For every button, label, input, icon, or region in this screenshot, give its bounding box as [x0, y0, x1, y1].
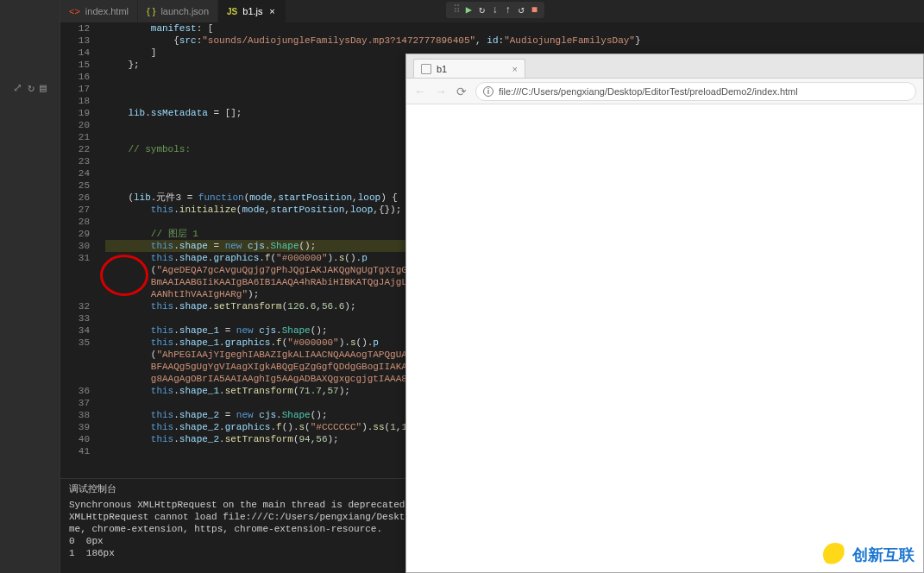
close-icon[interactable]: × [268, 6, 277, 16]
line-number[interactable]: 22 [60, 143, 90, 155]
line-number[interactable]: 27 [60, 204, 90, 216]
line-number[interactable]: 37 [60, 397, 90, 409]
stop-button[interactable]: ■ [531, 4, 537, 16]
line-number[interactable] [60, 288, 90, 300]
debug-toolbar: ⠿▶↻↓↑↺■ [446, 2, 544, 18]
browser-viewport[interactable] [406, 104, 923, 572]
browser-tab[interactable]: b1 × [413, 59, 525, 78]
file-type-icon: <> [69, 6, 80, 16]
line-number[interactable] [60, 349, 90, 361]
code-line[interactable]: {src:"sounds/AudiojungleFamilysDay.mp3?1… [105, 35, 924, 47]
restart-button[interactable]: ↺ [519, 3, 525, 16]
continue-button[interactable]: ▶ [466, 3, 472, 16]
page-favicon-icon [421, 64, 431, 74]
line-number[interactable]: 24 [60, 167, 90, 179]
url-text: file:///C:/Users/pengxiang/Desktop/Edito… [499, 86, 798, 97]
line-number[interactable]: 26 [60, 192, 90, 204]
step-over-button[interactable]: ↻ [479, 3, 485, 16]
line-number[interactable]: 40 [60, 433, 90, 445]
line-number[interactable]: 12 [60, 22, 90, 35]
line-number[interactable]: 30 [60, 240, 90, 252]
step-into-button[interactable]: ↓ [492, 4, 498, 16]
editor-tab[interactable]: { }launch.json [138, 0, 218, 22]
watermark-logo-icon [823, 543, 847, 567]
line-number[interactable]: 17 [60, 83, 90, 95]
tab-label: b1.js [242, 6, 262, 16]
line-number[interactable]: 23 [60, 155, 90, 167]
line-number[interactable]: 21 [60, 131, 90, 143]
line-number[interactable]: 20 [60, 119, 90, 131]
line-number[interactable]: 32 [60, 300, 90, 312]
file-type-icon: { } [147, 6, 155, 16]
line-number[interactable]: 28 [60, 216, 90, 228]
line-number[interactable]: 15 [60, 59, 90, 71]
browser-tab-title: b1 [437, 64, 447, 74]
line-number[interactable] [60, 373, 90, 385]
line-number[interactable]: 41 [60, 445, 90, 457]
activity-icon[interactable]: ▤ [40, 81, 47, 95]
line-number[interactable]: 18 [60, 95, 90, 107]
step-out-button[interactable]: ↑ [505, 4, 511, 16]
close-icon[interactable]: × [512, 64, 518, 74]
info-icon[interactable]: i [483, 86, 493, 97]
editor-tab[interactable]: JSb1.js× [218, 0, 286, 22]
line-number[interactable] [60, 264, 90, 276]
line-number[interactable]: 33 [60, 312, 90, 324]
line-number[interactable]: 19 [60, 107, 90, 119]
line-number[interactable]: 36 [60, 385, 90, 397]
line-number[interactable]: 29 [60, 228, 90, 240]
activity-icon[interactable]: ⤢ [13, 81, 22, 95]
forward-button[interactable]: → [434, 85, 448, 98]
line-number[interactable]: 13 [60, 35, 90, 47]
line-number[interactable]: 31 [60, 252, 90, 264]
tab-label: index.html [85, 6, 129, 16]
editor-tab[interactable]: <>index.html [60, 0, 138, 22]
watermark-text: 创新互联 [852, 545, 915, 565]
line-number[interactable]: 34 [60, 324, 90, 337]
drag-handle-icon: ⠿ [453, 3, 459, 16]
code-line[interactable]: manifest: [ [105, 22, 924, 35]
line-number[interactable]: 25 [60, 179, 90, 192]
browser-toolbar: ← → ⟳ i file:///C:/Users/pengxiang/Deskt… [406, 79, 923, 104]
watermark: 创新互联 [823, 543, 915, 567]
line-number[interactable] [60, 276, 90, 288]
browser-window: b1 × ← → ⟳ i file:///C:/Users/pengxiang/… [405, 54, 924, 573]
activity-bar: ⤢↻▤ [0, 0, 60, 573]
editor-tabs: <>index.html{ }launch.jsonJSb1.js× ⠿▶↻↓↑… [60, 0, 924, 22]
back-button[interactable]: ← [413, 85, 427, 98]
line-number[interactable] [60, 361, 90, 373]
line-number[interactable]: 39 [60, 421, 90, 433]
line-number[interactable]: 16 [60, 71, 90, 83]
reload-button[interactable]: ⟳ [455, 85, 468, 98]
tab-label: launch.json [160, 6, 209, 16]
line-number[interactable]: 35 [60, 337, 90, 349]
browser-tab-strip: b1 × [406, 54, 923, 79]
line-number[interactable]: 14 [60, 47, 90, 59]
file-type-icon: JS [227, 7, 237, 16]
line-number[interactable]: 38 [60, 409, 90, 421]
activity-icon[interactable]: ↻ [28, 81, 35, 95]
address-bar[interactable]: i file:///C:/Users/pengxiang/Desktop/Edi… [475, 82, 916, 101]
